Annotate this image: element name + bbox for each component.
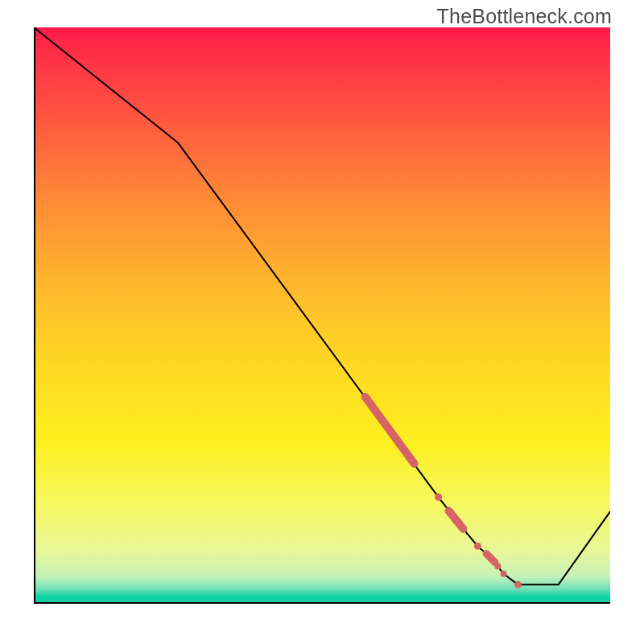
chart-plot-area	[34, 27, 610, 604]
watermark-text: TheBottleneck.com	[437, 5, 612, 28]
